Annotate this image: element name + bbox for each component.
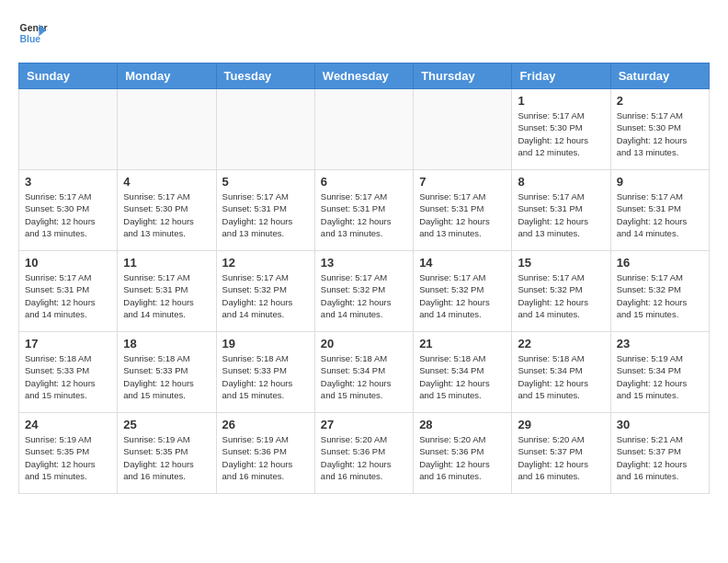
day-number: 19 [222,337,309,350]
day-number: 24 [25,418,111,431]
day-info: Sunrise: 5:17 AM Sunset: 5:32 PM Dayligh… [518,271,604,320]
weekday-header-row: SundayMondayTuesdayWednesdayThursdayFrid… [19,63,710,89]
week-row-1: 1Sunrise: 5:17 AM Sunset: 5:30 PM Daylig… [19,89,710,170]
day-number: 23 [617,337,703,350]
day-number: 3 [25,175,111,189]
day-number: 30 [617,418,703,431]
calendar-cell [216,89,314,170]
weekday-header-friday: Friday [512,63,610,89]
calendar-cell: 19Sunrise: 5:18 AM Sunset: 5:33 PM Dayli… [216,332,314,413]
day-info: Sunrise: 5:19 AM Sunset: 5:35 PM Dayligh… [25,433,111,482]
day-info: Sunrise: 5:20 AM Sunset: 5:37 PM Dayligh… [518,433,604,482]
day-number: 4 [123,175,210,189]
calendar-cell: 8Sunrise: 5:17 AM Sunset: 5:31 PM Daylig… [512,170,610,251]
day-info: Sunrise: 5:17 AM Sunset: 5:31 PM Dayligh… [419,190,506,239]
day-info: Sunrise: 5:18 AM Sunset: 5:33 PM Dayligh… [123,352,210,401]
weekday-header-sunday: Sunday [19,63,118,89]
day-number: 22 [518,337,604,350]
calendar-cell: 9Sunrise: 5:17 AM Sunset: 5:31 PM Daylig… [610,170,709,251]
day-number: 8 [518,175,604,189]
calendar-cell: 30Sunrise: 5:21 AM Sunset: 5:37 PM Dayli… [610,413,709,494]
svg-text:Blue: Blue [20,34,41,44]
day-number: 20 [321,337,407,350]
day-info: Sunrise: 5:17 AM Sunset: 5:31 PM Dayligh… [321,190,407,239]
day-info: Sunrise: 5:19 AM Sunset: 5:34 PM Dayligh… [617,352,703,401]
week-row-2: 3Sunrise: 5:17 AM Sunset: 5:30 PM Daylig… [19,170,710,251]
calendar-cell: 28Sunrise: 5:20 AM Sunset: 5:36 PM Dayli… [414,413,512,494]
calendar-cell: 14Sunrise: 5:17 AM Sunset: 5:32 PM Dayli… [414,251,512,332]
calendar-cell: 4Sunrise: 5:17 AM Sunset: 5:30 PM Daylig… [118,170,216,251]
calendar-cell: 11Sunrise: 5:17 AM Sunset: 5:31 PM Dayli… [118,251,216,332]
calendar-cell: 6Sunrise: 5:17 AM Sunset: 5:31 PM Daylig… [314,170,413,251]
calendar-cell: 23Sunrise: 5:19 AM Sunset: 5:34 PM Dayli… [610,332,709,413]
logo-icon: General Blue [18,18,48,48]
day-info: Sunrise: 5:21 AM Sunset: 5:37 PM Dayligh… [617,433,703,482]
calendar-cell: 3Sunrise: 5:17 AM Sunset: 5:30 PM Daylig… [19,170,118,251]
day-info: Sunrise: 5:18 AM Sunset: 5:33 PM Dayligh… [222,352,309,401]
calendar-cell [19,89,118,170]
day-number: 28 [419,418,506,431]
calendar-cell: 16Sunrise: 5:17 AM Sunset: 5:32 PM Dayli… [610,251,709,332]
day-info: Sunrise: 5:17 AM Sunset: 5:30 PM Dayligh… [617,109,703,158]
day-number: 1 [518,94,604,108]
day-info: Sunrise: 5:17 AM Sunset: 5:31 PM Dayligh… [222,190,309,239]
week-row-4: 17Sunrise: 5:18 AM Sunset: 5:33 PM Dayli… [19,332,710,413]
calendar-cell: 15Sunrise: 5:17 AM Sunset: 5:32 PM Dayli… [512,251,610,332]
calendar-cell: 20Sunrise: 5:18 AM Sunset: 5:34 PM Dayli… [314,332,413,413]
day-number: 16 [617,256,703,270]
calendar-cell: 5Sunrise: 5:17 AM Sunset: 5:31 PM Daylig… [216,170,314,251]
day-number: 13 [321,256,407,270]
day-info: Sunrise: 5:19 AM Sunset: 5:36 PM Dayligh… [222,433,309,482]
week-row-5: 24Sunrise: 5:19 AM Sunset: 5:35 PM Dayli… [19,413,710,494]
day-number: 14 [419,256,506,270]
day-info: Sunrise: 5:18 AM Sunset: 5:34 PM Dayligh… [419,352,506,401]
calendar-cell: 22Sunrise: 5:18 AM Sunset: 5:34 PM Dayli… [512,332,610,413]
logo: General Blue [18,18,51,48]
calendar-table: SundayMondayTuesdayWednesdayThursdayFrid… [18,63,710,494]
day-number: 9 [617,175,703,189]
day-info: Sunrise: 5:17 AM Sunset: 5:32 PM Dayligh… [321,271,407,320]
day-info: Sunrise: 5:17 AM Sunset: 5:30 PM Dayligh… [518,109,604,158]
calendar-cell: 24Sunrise: 5:19 AM Sunset: 5:35 PM Dayli… [19,413,118,494]
day-number: 18 [123,337,210,350]
day-info: Sunrise: 5:20 AM Sunset: 5:36 PM Dayligh… [419,433,506,482]
weekday-header-saturday: Saturday [610,63,709,89]
day-info: Sunrise: 5:17 AM Sunset: 5:30 PM Dayligh… [123,190,210,239]
week-row-3: 10Sunrise: 5:17 AM Sunset: 5:31 PM Dayli… [19,251,710,332]
calendar-cell: 29Sunrise: 5:20 AM Sunset: 5:37 PM Dayli… [512,413,610,494]
page-header: General Blue [18,18,710,48]
day-number: 29 [518,418,604,431]
day-info: Sunrise: 5:17 AM Sunset: 5:31 PM Dayligh… [518,190,604,239]
day-number: 21 [419,337,506,350]
day-info: Sunrise: 5:18 AM Sunset: 5:34 PM Dayligh… [518,352,604,401]
calendar-cell: 12Sunrise: 5:17 AM Sunset: 5:32 PM Dayli… [216,251,314,332]
calendar-cell: 18Sunrise: 5:18 AM Sunset: 5:33 PM Dayli… [118,332,216,413]
day-number: 26 [222,418,309,431]
day-number: 5 [222,175,309,189]
day-info: Sunrise: 5:17 AM Sunset: 5:30 PM Dayligh… [25,190,111,239]
day-info: Sunrise: 5:17 AM Sunset: 5:32 PM Dayligh… [419,271,506,320]
day-number: 25 [123,418,210,431]
day-info: Sunrise: 5:17 AM Sunset: 5:31 PM Dayligh… [123,271,210,320]
day-info: Sunrise: 5:18 AM Sunset: 5:33 PM Dayligh… [25,352,111,401]
day-number: 6 [321,175,407,189]
day-info: Sunrise: 5:17 AM Sunset: 5:31 PM Dayligh… [25,271,111,320]
day-info: Sunrise: 5:17 AM Sunset: 5:31 PM Dayligh… [617,190,703,239]
calendar-cell: 21Sunrise: 5:18 AM Sunset: 5:34 PM Dayli… [414,332,512,413]
day-info: Sunrise: 5:18 AM Sunset: 5:34 PM Dayligh… [321,352,407,401]
weekday-header-tuesday: Tuesday [216,63,314,89]
calendar-cell: 10Sunrise: 5:17 AM Sunset: 5:31 PM Dayli… [19,251,118,332]
calendar-cell: 26Sunrise: 5:19 AM Sunset: 5:36 PM Dayli… [216,413,314,494]
day-info: Sunrise: 5:19 AM Sunset: 5:35 PM Dayligh… [123,433,210,482]
day-number: 12 [222,256,309,270]
day-number: 15 [518,256,604,270]
day-number: 7 [419,175,506,189]
calendar-cell [118,89,216,170]
day-info: Sunrise: 5:17 AM Sunset: 5:32 PM Dayligh… [222,271,309,320]
weekday-header-monday: Monday [118,63,216,89]
calendar-cell: 2Sunrise: 5:17 AM Sunset: 5:30 PM Daylig… [610,89,709,170]
day-info: Sunrise: 5:20 AM Sunset: 5:36 PM Dayligh… [321,433,407,482]
day-number: 17 [25,337,111,350]
calendar-cell: 27Sunrise: 5:20 AM Sunset: 5:36 PM Dayli… [314,413,413,494]
day-number: 2 [617,94,703,108]
